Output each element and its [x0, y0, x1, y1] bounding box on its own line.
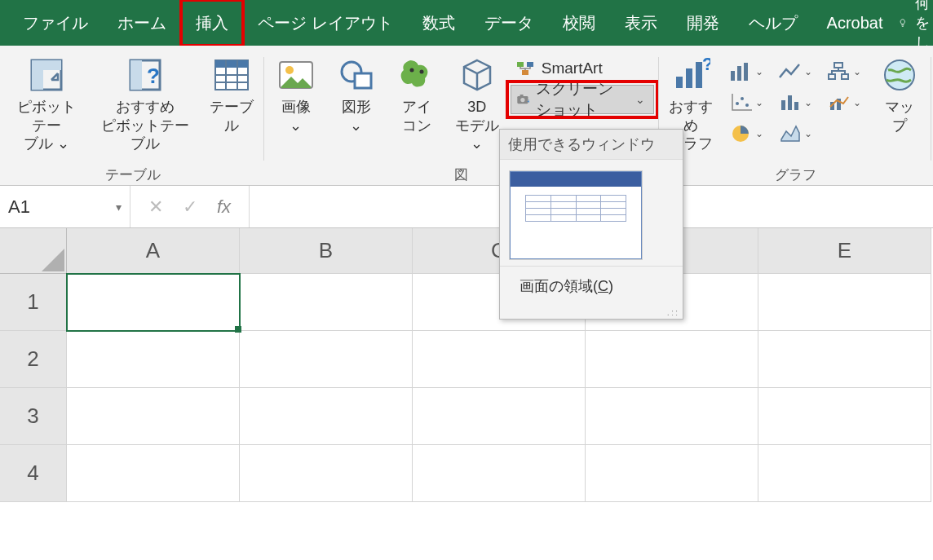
screenshot-button[interactable]: + スクリーンショット ⌄	[511, 85, 654, 114]
col-header-A[interactable]: A	[67, 228, 240, 274]
svg-point-17	[419, 70, 423, 74]
recommended-pivottable-button[interactable]: ? おすすめ ピボットテーブル	[93, 54, 197, 155]
name-box[interactable]: A1 ▾	[0, 186, 130, 227]
tab-insert[interactable]: 挿入	[181, 0, 243, 46]
globe-icon	[880, 55, 919, 95]
recommended-pivottable-icon: ?	[126, 55, 165, 95]
svg-rect-18	[517, 62, 524, 67]
tab-view[interactable]: 表示	[610, 0, 672, 46]
chart-surface-button[interactable]: ⌄	[773, 119, 817, 148]
table-icon	[212, 55, 251, 95]
row-header-2[interactable]: 2	[0, 331, 67, 388]
smartart-icon	[515, 59, 535, 78]
window-thumbnail[interactable]	[510, 171, 642, 259]
tab-page-layout[interactable]: ページ レイアウト	[243, 0, 408, 46]
cell-E1[interactable]	[758, 274, 931, 331]
svg-point-22	[520, 98, 524, 102]
cell-C4[interactable]	[413, 445, 586, 502]
pivottable-icon	[27, 55, 66, 95]
tab-acrobat[interactable]: Acrobat	[812, 0, 898, 46]
enter-icon[interactable]: ✓	[183, 196, 197, 218]
cell-C2[interactable]	[413, 331, 586, 388]
cell-E2[interactable]	[758, 331, 931, 388]
svg-rect-27	[696, 62, 702, 88]
svg-rect-15	[355, 73, 371, 88]
available-windows-header: 使用できるウィンドウ	[500, 130, 683, 160]
svg-text:?: ?	[702, 55, 710, 74]
svg-rect-31	[744, 63, 748, 81]
svg-point-35	[736, 102, 739, 105]
chart-line-button[interactable]: ⌄	[773, 57, 817, 86]
screen-clipping-label: 画面の領域(C)	[520, 276, 613, 296]
maps-button[interactable]: マッ プ	[873, 54, 926, 136]
col-header-E[interactable]: E	[758, 228, 931, 274]
tab-help[interactable]: ヘルプ	[734, 0, 812, 46]
cell-B4[interactable]	[240, 445, 413, 502]
chart-hierarchy-button[interactable]: ⌄	[822, 57, 866, 86]
svg-rect-25	[676, 77, 683, 88]
tab-data[interactable]: データ	[470, 0, 548, 46]
group-charts: ? おすすめ グラフ ⌄ ⌄ ⌄ ⌄ ⌄ ⌄ ⌄ ⌄ マッ プ	[659, 51, 931, 185]
cell-D3[interactable]	[586, 388, 758, 445]
chart-statistic-button[interactable]: ⌄	[773, 88, 817, 117]
cell-A4[interactable]	[67, 445, 240, 502]
cell-B1[interactable]	[240, 274, 413, 331]
pivottable-label: ピボットテー ブル ⌄	[10, 98, 83, 153]
recommended-charts-icon: ?	[671, 55, 710, 95]
chart-scatter-button[interactable]: ⌄	[724, 88, 768, 117]
pictures-icon	[276, 55, 316, 95]
shapes-label: 図形 ⌄	[342, 98, 371, 134]
row-header-4[interactable]: 4	[0, 445, 67, 502]
cell-E3[interactable]	[758, 388, 931, 445]
icons-button[interactable]: アイ コン	[390, 54, 444, 136]
chart-column-button[interactable]: ⌄	[724, 57, 768, 86]
tab-formulas[interactable]: 数式	[408, 0, 470, 46]
cell-A1[interactable]	[67, 274, 240, 331]
cell-B2[interactable]	[240, 331, 413, 388]
tab-review[interactable]: 校閲	[548, 0, 610, 46]
pictures-button[interactable]: 画像 ⌄	[269, 54, 323, 136]
shapes-button[interactable]: 図形 ⌄	[329, 54, 383, 136]
svg-rect-26	[686, 68, 692, 88]
svg-rect-2	[32, 60, 61, 70]
select-all-corner[interactable]	[0, 228, 67, 274]
icons-icon	[397, 55, 436, 95]
group-charts-label: グラフ	[775, 164, 816, 185]
tell-me-search[interactable]: 何をし	[898, 0, 934, 52]
cell-A2[interactable]	[67, 331, 240, 388]
table-button[interactable]: テーブル	[204, 54, 259, 136]
svg-rect-33	[829, 74, 835, 79]
row-header-3[interactable]: 3	[0, 388, 67, 445]
cube-icon	[458, 55, 497, 95]
cancel-icon[interactable]: ✕	[148, 196, 163, 218]
svg-rect-4	[130, 60, 142, 90]
chart-combo-button[interactable]: ⌄	[822, 88, 866, 117]
maps-label: マッ プ	[885, 98, 914, 134]
recommended-pivottable-label: おすすめ ピボットテーブル	[96, 98, 194, 153]
3d-models-button[interactable]: 3D モデル ⌄	[450, 54, 504, 155]
tab-file[interactable]: ファイル	[8, 0, 103, 46]
table-label: テーブル	[207, 98, 256, 134]
svg-rect-32	[834, 63, 842, 68]
screen-clipping-button[interactable]: + 画面の領域(C)	[500, 266, 683, 307]
cell-C3[interactable]	[413, 388, 586, 445]
cell-E4[interactable]	[758, 445, 931, 502]
col-header-B[interactable]: B	[240, 228, 413, 274]
3d-models-label: 3D モデル ⌄	[453, 98, 501, 153]
tab-developer[interactable]: 開発	[672, 0, 734, 46]
screenshot-dropdown: 使用できるウィンドウ + 画面の領域(C) .::	[499, 129, 683, 320]
lightbulb-icon	[898, 14, 908, 32]
tell-me-label: 何をし	[915, 0, 933, 52]
svg-rect-40	[794, 102, 798, 110]
chart-pie-button[interactable]: ⌄	[724, 119, 768, 148]
chart-type-gallery: ⌄ ⌄ ⌄ ⌄ ⌄ ⌄ ⌄ ⌄	[724, 54, 866, 148]
pivottable-button[interactable]: ピボットテー ブル ⌄	[7, 54, 86, 155]
cell-B3[interactable]	[240, 388, 413, 445]
cell-A3[interactable]	[67, 388, 240, 445]
cell-D2[interactable]	[586, 331, 758, 388]
cell-D4[interactable]	[586, 445, 758, 502]
fx-icon[interactable]: fx	[217, 196, 231, 218]
icons-label: アイ コン	[402, 98, 431, 134]
row-header-1[interactable]: 1	[0, 274, 67, 331]
tab-home[interactable]: ホーム	[103, 0, 181, 46]
